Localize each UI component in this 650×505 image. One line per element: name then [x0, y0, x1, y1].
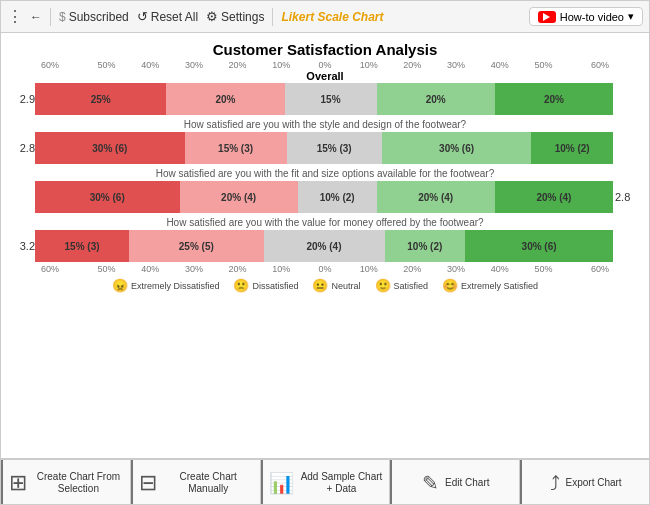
- edit-chart-icon: ✎: [422, 471, 439, 495]
- seg-light-red: 20%: [166, 83, 284, 115]
- q1-seg5: 10% (2): [531, 132, 613, 164]
- settings-button[interactable]: ⚙ Settings: [206, 9, 264, 24]
- how-to-label: How-to video: [560, 11, 624, 23]
- overall-bar-row: 2.9 25% 20% 15% 20% 20% x: [11, 83, 639, 115]
- create-from-selection-icon: ⊞: [9, 470, 27, 496]
- export-chart-label: Export Chart: [566, 477, 622, 489]
- q1-seg3: 15% (3): [287, 132, 382, 164]
- q2-seg1: 30% (6): [35, 181, 180, 213]
- create-manually-icon: ⊟: [139, 470, 157, 496]
- export-chart-button[interactable]: ⤴ Export Chart: [520, 460, 649, 505]
- q2-seg4: 20% (4): [377, 181, 495, 213]
- q2-bars: 30% (6) 20% (4) 10% (2) 20% (4) 20% (4): [35, 181, 613, 213]
- youtube-icon: [538, 11, 556, 23]
- reset-icon: ↺: [137, 9, 148, 24]
- q2-seg5: 20% (4): [495, 181, 613, 213]
- legend-item-5: 😊 Extremely Satisfied: [442, 278, 538, 293]
- overall-label: Overall: [11, 70, 639, 82]
- legend-label-2: Dissatisfied: [252, 281, 298, 291]
- q3-seg1: 15% (3): [35, 230, 129, 262]
- overall-bars: 25% 20% 15% 20% 20%: [35, 83, 613, 115]
- reset-label: Reset All: [151, 10, 198, 24]
- subscribed-icon: $: [59, 10, 66, 24]
- q3-seg3: 20% (4): [264, 230, 385, 262]
- chart-title: Customer Satisfaction Analysis: [11, 41, 639, 58]
- dissatisfied-icon: 🙁: [233, 278, 249, 293]
- q1-seg2: 15% (3): [185, 132, 287, 164]
- q3-seg4: 10% (2): [385, 230, 466, 262]
- neutral-icon: 😐: [312, 278, 328, 293]
- back-button[interactable]: ←: [30, 10, 42, 24]
- seg-dark-red: 25%: [35, 83, 166, 115]
- bottom-axis: 60% 50% 40% 30% 20% 10% 0% 10% 20% 30% 4…: [41, 264, 609, 274]
- q1-section: How satisfied are you with the style and…: [11, 119, 639, 164]
- create-from-selection-button[interactable]: ⊞ Create Chart From Selection: [1, 460, 131, 505]
- add-sample-button[interactable]: 📊 Add Sample Chart + Data: [261, 460, 391, 505]
- subscribed-button[interactable]: $ Subscribed: [59, 10, 129, 24]
- create-manually-button[interactable]: ⊟ Create Chart Manually: [131, 460, 261, 505]
- export-chart-icon: ⤴: [550, 472, 560, 495]
- separator-2: [272, 8, 273, 26]
- q3-seg5: 30% (6): [465, 230, 613, 262]
- add-sample-label: Add Sample Chart + Data: [300, 471, 384, 495]
- q2-score: 2.8: [615, 191, 639, 203]
- legend-item-3: 😐 Neutral: [312, 278, 360, 293]
- legend-item-2: 🙁 Dissatisfied: [233, 278, 298, 293]
- q1-seg1: 30% (6): [35, 132, 185, 164]
- q1-score: 2.8: [11, 142, 35, 154]
- how-to-button[interactable]: How-to video ▾: [529, 7, 643, 26]
- q3-score: 3.2: [11, 240, 35, 252]
- legend-label-1: Extremely Dissatisfied: [131, 281, 220, 291]
- q3-seg2: 25% (5): [129, 230, 263, 262]
- q1-label: How satisfied are you with the style and…: [11, 119, 639, 130]
- legend: 😠 Extremely Dissatisfied 🙁 Dissatisfied …: [11, 278, 639, 293]
- grip-dots: ⋮: [7, 7, 22, 26]
- q2-label: How satisfied are you with the fit and s…: [11, 168, 639, 179]
- q3-bar-row: 3.2 15% (3) 25% (5) 20% (4) 10% (2) 30% …: [11, 230, 639, 262]
- settings-icon: ⚙: [206, 9, 218, 24]
- reset-all-button[interactable]: ↺ Reset All: [137, 9, 198, 24]
- chevron-down-icon: ▾: [628, 10, 634, 23]
- q1-bars: 30% (6) 15% (3) 15% (3) 30% (6) 10% (2): [35, 132, 613, 164]
- create-manually-label: Create Chart Manually: [163, 471, 254, 495]
- legend-label-4: Satisfied: [394, 281, 429, 291]
- q2-section: How satisfied are you with the fit and s…: [11, 168, 639, 213]
- bottom-toolbar: ⊞ Create Chart From Selection ⊟ Create C…: [1, 458, 649, 505]
- chart-type-title: Likert Scale Chart: [281, 10, 383, 24]
- seg-neutral: 15%: [285, 83, 377, 115]
- settings-label: Settings: [221, 10, 264, 24]
- add-sample-icon: 📊: [269, 471, 294, 495]
- q1-bar-row: 2.8 30% (6) 15% (3) 15% (3) 30% (6) 10% …: [11, 132, 639, 164]
- back-icon: ←: [30, 10, 42, 24]
- subscribed-label: Subscribed: [69, 10, 129, 24]
- q2-bar-row: x 30% (6) 20% (4) 10% (2) 20% (4) 20% (4…: [11, 181, 639, 213]
- overall-score: 2.9: [11, 93, 35, 105]
- separator-1: [50, 8, 51, 26]
- satisfied-icon: 🙂: [375, 278, 391, 293]
- legend-label-3: Neutral: [331, 281, 360, 291]
- legend-item-1: 😠 Extremely Dissatisfied: [112, 278, 220, 293]
- q3-bars: 15% (3) 25% (5) 20% (4) 10% (2) 30% (6): [35, 230, 613, 262]
- create-from-selection-label: Create Chart From Selection: [33, 471, 124, 495]
- seg-light-green: 20%: [377, 83, 495, 115]
- edit-chart-button[interactable]: ✎ Edit Chart: [390, 460, 520, 505]
- legend-item-4: 🙂 Satisfied: [375, 278, 429, 293]
- q1-seg4: 30% (6): [382, 132, 532, 164]
- seg-dark-green: 20%: [495, 83, 613, 115]
- q2-seg2: 20% (4): [180, 181, 298, 213]
- extremely-satisfied-icon: 😊: [442, 278, 458, 293]
- top-toolbar: ⋮ ← $ Subscribed ↺ Reset All ⚙ Settings …: [1, 1, 649, 33]
- legend-label-5: Extremely Satisfied: [461, 281, 538, 291]
- q2-seg3: 10% (2): [298, 181, 377, 213]
- q3-label: How satisfied are you with the value for…: [11, 217, 639, 228]
- q3-section: How satisfied are you with the value for…: [11, 217, 639, 262]
- top-axis: 60% 50% 40% 30% 20% 10% 0% 10% 20% 30% 4…: [41, 60, 609, 70]
- edit-chart-label: Edit Chart: [445, 477, 489, 489]
- chart-area: Customer Satisfaction Analysis 60% 50% 4…: [1, 33, 649, 458]
- extremely-dissatisfied-icon: 😠: [112, 278, 128, 293]
